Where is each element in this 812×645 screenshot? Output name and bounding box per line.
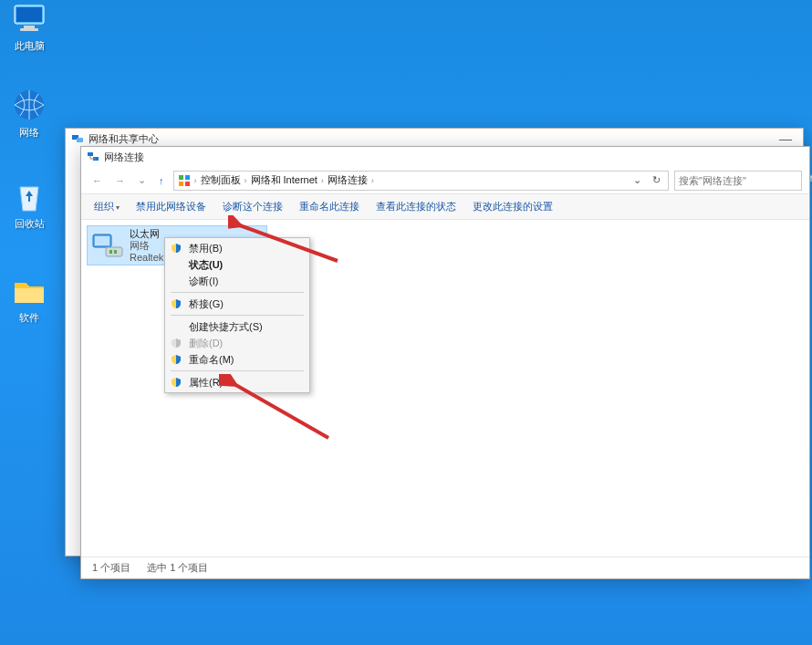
- desktop-icon-label: 软件: [0, 311, 58, 325]
- ctx-properties[interactable]: 属性(R): [165, 374, 309, 390]
- shield-icon: [171, 243, 182, 254]
- svg-rect-14: [95, 236, 109, 245]
- shield-icon: [171, 298, 182, 309]
- adapter-text: 以太网 网络 Realtek: [130, 228, 163, 264]
- breadcrumb-segment[interactable]: 网络连接: [328, 173, 368, 187]
- breadcrumb[interactable]: › 控制面板 › 网络和 Internet › 网络连接 › ⌄ ↻: [173, 171, 670, 191]
- context-menu: 禁用(B) 状态(U) 诊断(I) 桥接(G) 创建快捷方式(S) 删除(D) …: [164, 237, 310, 393]
- toolbar-rename[interactable]: 重命名此连接: [299, 200, 359, 213]
- menu-separator: [171, 370, 304, 371]
- ctx-label: 桥接(G): [189, 297, 224, 311]
- svg-rect-6: [77, 138, 83, 142]
- search-input[interactable]: [679, 175, 805, 186]
- menu-separator: [171, 315, 304, 316]
- window-title: 网络和共享中心: [88, 132, 159, 146]
- ctx-label: 重命名(M): [189, 353, 234, 367]
- adapter-device: Realtek: [130, 252, 163, 264]
- window-title: 网络连接: [104, 151, 144, 164]
- ctx-label: 禁用(B): [189, 242, 223, 255]
- ctx-status[interactable]: 状态(U): [165, 256, 309, 273]
- svg-rect-2: [24, 26, 35, 28]
- search-box[interactable]: 🔍: [674, 171, 802, 191]
- computer-icon: [11, 0, 47, 36]
- globe-icon: [11, 87, 47, 123]
- toolbar-diagnose[interactable]: 诊断这个连接: [223, 200, 283, 213]
- network-connections-icon: [87, 151, 99, 163]
- folder-icon: [11, 272, 47, 308]
- desktop-icon-network[interactable]: 网络: [0, 87, 58, 140]
- toolbar-disable-device[interactable]: 禁用此网络设备: [136, 200, 206, 213]
- shield-icon: [171, 338, 182, 349]
- network-center-icon: [71, 132, 84, 145]
- svg-rect-1: [16, 7, 42, 22]
- ctx-label: 属性(R): [189, 376, 223, 390]
- svg-rect-3: [20, 28, 38, 31]
- desktop-icon-label: 此电脑: [0, 39, 58, 53]
- ctx-delete: 删除(D): [165, 335, 309, 351]
- ctx-disable[interactable]: 禁用(B): [165, 240, 309, 256]
- control-panel-icon: [178, 174, 191, 187]
- shield-icon: [171, 354, 182, 365]
- ctx-label: 状态(U): [189, 258, 223, 272]
- status-item-count: 1 个项目: [92, 561, 130, 575]
- forward-button[interactable]: →: [111, 175, 129, 186]
- chevron-right-icon: ›: [245, 176, 247, 185]
- status-bar: 1 个项目 选中 1 个项目: [81, 557, 809, 578]
- breadcrumb-segment[interactable]: 网络和 Internet: [251, 173, 318, 187]
- ctx-label: 诊断(I): [189, 275, 218, 288]
- toolbar-organize[interactable]: 组织: [94, 200, 120, 213]
- ctx-rename[interactable]: 重命名(M): [165, 351, 309, 368]
- ctx-diagnose[interactable]: 诊断(I): [165, 273, 309, 289]
- minimize-button[interactable]: —: [774, 131, 797, 146]
- dropdown-button[interactable]: ⌄: [630, 174, 645, 186]
- back-button[interactable]: ←: [88, 175, 106, 186]
- desktop-icon-computer[interactable]: 此电脑: [0, 0, 58, 53]
- desktop-icon-label: 回收站: [0, 217, 58, 231]
- svg-rect-17: [114, 250, 117, 254]
- ctx-bridge[interactable]: 桥接(G): [165, 296, 309, 312]
- recent-locations-button[interactable]: ⌄: [134, 174, 150, 186]
- svg-rect-7: [88, 152, 93, 156]
- chevron-right-icon: ›: [321, 176, 324, 185]
- titlebar[interactable]: 网络连接: [81, 147, 809, 167]
- desktop-icon-recycle[interactable]: 回收站: [0, 178, 58, 231]
- ctx-create-shortcut[interactable]: 创建快捷方式(S): [165, 318, 309, 335]
- status-selected-count: 选中 1 个项目: [147, 561, 208, 575]
- recycle-bin-icon: [11, 178, 47, 214]
- svg-rect-10: [185, 175, 190, 180]
- desktop-icon-label: 网络: [0, 126, 58, 140]
- svg-rect-16: [109, 250, 112, 254]
- ctx-label: 创建快捷方式(S): [189, 320, 263, 334]
- shield-icon: [171, 377, 182, 388]
- menu-separator: [171, 292, 304, 293]
- up-button[interactable]: ↑: [155, 175, 168, 186]
- ctx-label: 删除(D): [189, 337, 223, 350]
- adapter-name: 以太网: [130, 228, 163, 240]
- ethernet-adapter-icon: [91, 229, 124, 262]
- svg-rect-9: [179, 175, 183, 180]
- chevron-right-icon: ›: [371, 176, 374, 185]
- toolbar-change-settings[interactable]: 更改此连接的设置: [473, 200, 553, 213]
- chevron-right-icon: ›: [194, 176, 197, 185]
- breadcrumb-segment[interactable]: 控制面板: [201, 173, 241, 187]
- refresh-button[interactable]: ↻: [649, 174, 664, 186]
- toolbar-view-status[interactable]: 查看此连接的状态: [376, 200, 456, 213]
- svg-rect-12: [185, 182, 190, 186]
- toolbar: 组织 禁用此网络设备 诊断这个连接 重命名此连接 查看此连接的状态 更改此连接的…: [81, 194, 809, 220]
- address-bar-row: ← → ⌄ ↑ › 控制面板 › 网络和 Internet › 网络连接 › ⌄…: [81, 167, 809, 194]
- adapter-network: 网络: [130, 240, 163, 252]
- svg-rect-11: [179, 182, 183, 186]
- search-icon: 🔍: [808, 174, 812, 186]
- desktop-icon-software[interactable]: 软件: [0, 272, 58, 325]
